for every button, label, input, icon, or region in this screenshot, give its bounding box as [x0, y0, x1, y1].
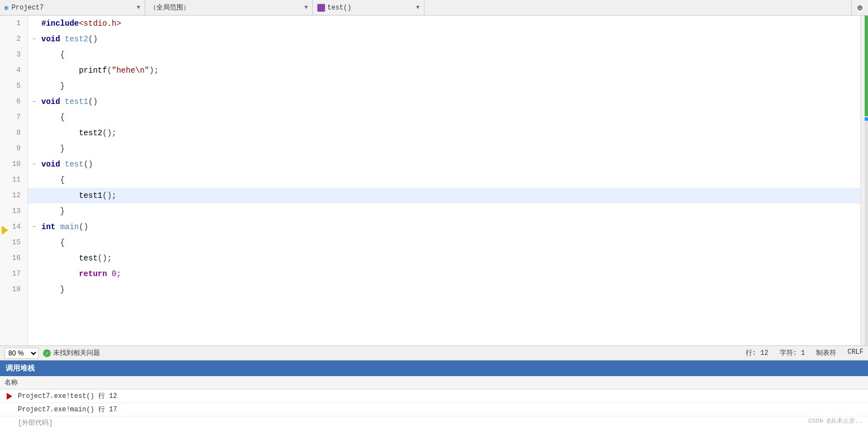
function-dropdown-arrow: ▼ [416, 4, 419, 11]
code-content-7: { [41, 113, 65, 122]
line-number-4: 4 [0, 63, 24, 78]
char-info: 字符: 1 [780, 348, 805, 358]
code-line-5[interactable]: } [28, 78, 860, 94]
fold-indicator-18 [32, 286, 41, 293]
zoom-selector[interactable]: 80 % 100 % [4, 348, 39, 359]
line-number-3: 3 [0, 47, 24, 63]
function-icon [317, 4, 325, 12]
call-stack-row-1[interactable]: Project7.exe!main() 行 17 [0, 403, 868, 416]
line-number-12: 12 [0, 188, 24, 203]
fold-indicator-10[interactable]: − [32, 161, 41, 168]
code-content-9: } [41, 144, 65, 153]
call-stack-col-header: 名称 [0, 376, 868, 390]
code-content-11: { [41, 175, 65, 184]
line-number-2: 2 [0, 31, 24, 47]
code-line-7[interactable]: { [28, 110, 860, 125]
status-bar: 80 % 100 % 未找到相关问题 行: 12 字符: 1 制表符 CRLF [0, 345, 868, 360]
fold-indicator-16 [32, 255, 41, 262]
fold-indicator-2[interactable]: − [32, 36, 41, 42]
code-content-6: void test1() [41, 97, 98, 106]
status-right: 行: 12 字符: 1 制表符 CRLF [746, 348, 864, 358]
line-number-18: 18 [0, 282, 24, 297]
top-toolbar: ▣ Project7 ▼ （全局范围） ▼ test() ▼ ⊕ [0, 0, 868, 16]
code-line-11[interactable]: { [28, 172, 860, 188]
code-content-1: #include<stdio.h> [41, 19, 121, 28]
line-number-16: 16 [0, 250, 24, 266]
scope-selector[interactable]: （全局范围） ▼ [145, 0, 313, 15]
fold-indicator-17 [32, 271, 41, 277]
code-content-3: { [41, 50, 65, 59]
line-number-6: 6 [0, 94, 24, 110]
fold-indicator-14[interactable]: − [32, 224, 41, 230]
code-content-15: { [41, 238, 65, 247]
line-number-5: 5 [0, 78, 24, 94]
code-editor[interactable]: #include<stdio.h>−void test2() { printf(… [28, 16, 860, 345]
char-label: 字符: [780, 349, 797, 357]
code-line-6[interactable]: −void test1() [28, 94, 860, 110]
vertical-scrollbar[interactable] [860, 16, 868, 345]
project-label: Project7 [12, 4, 44, 12]
line-number-8: 8 [0, 125, 24, 141]
fold-indicator-1 [32, 20, 41, 27]
add-button[interactable]: ⊕ [851, 0, 868, 15]
project-icon: ▣ [4, 4, 8, 11]
code-content-4: printf("hehe\n"); [41, 66, 159, 75]
fold-indicator-4 [32, 67, 41, 74]
code-content-8: test2(); [41, 129, 116, 137]
line-number-1: 1 [0, 16, 24, 31]
code-line-17[interactable]: return 0; [28, 266, 860, 282]
fold-indicator-8 [32, 130, 41, 136]
add-icon: ⊕ [857, 2, 863, 13]
function-selector[interactable]: test() ▼ [313, 0, 425, 15]
call-stack-row-0[interactable]: Project7.exe!test() 行 12 [0, 390, 868, 403]
line-number-10: 10 [0, 156, 24, 172]
line-numbers: 123456789101112131415161718 [0, 16, 28, 345]
code-line-18[interactable]: } [28, 282, 860, 297]
line-number-9: 9 [0, 141, 24, 156]
code-content-12: test1(); [41, 191, 116, 200]
call-stack-row-icon-0 [4, 391, 15, 401]
line-number-17: 17 [0, 266, 24, 282]
code-content-10: void test() [41, 160, 93, 169]
code-line-1[interactable]: #include<stdio.h> [28, 16, 860, 31]
code-content-18: } [41, 285, 65, 294]
tab-info: 制表符 [816, 348, 836, 358]
code-line-8[interactable]: test2(); [28, 125, 860, 141]
code-line-9[interactable]: } [28, 141, 860, 156]
line-value: 12 [760, 349, 768, 357]
code-line-12[interactable]: test1(); [28, 188, 860, 203]
scope-label: （全局范围） [150, 3, 190, 12]
code-line-13[interactable]: } [28, 203, 860, 219]
fold-indicator-6[interactable]: − [32, 98, 41, 105]
code-line-2[interactable]: −void test2() [28, 31, 860, 47]
code-line-10[interactable]: −void test() [28, 156, 860, 172]
line-number-13: 13 [0, 203, 24, 219]
fold-indicator-7 [32, 114, 41, 121]
status-indicator: 未找到相关问题 [43, 348, 100, 358]
code-line-16[interactable]: test(); [28, 250, 860, 266]
line-ending: CRLF [847, 348, 864, 358]
fold-indicator-9 [32, 145, 41, 152]
project-dropdown-arrow: ▼ [137, 4, 140, 11]
code-line-4[interactable]: printf("hehe\n"); [28, 63, 860, 78]
execution-arrow-indicator [0, 222, 10, 238]
call-stack-body[interactable]: 名称 Project7.exe!test() 行 12Project7.exe!… [0, 376, 868, 427]
status-text: 未找到相关问题 [53, 348, 100, 358]
code-content-17: return 0; [41, 269, 121, 278]
fold-indicator-3 [32, 51, 41, 58]
fold-indicator-13 [32, 208, 41, 215]
line-number-7: 7 [0, 110, 24, 125]
project-selector[interactable]: ▣ Project7 ▼ [0, 0, 145, 15]
status-left: 80 % 100 % 未找到相关问题 [4, 348, 100, 359]
call-stack-row-2[interactable]: [外部代码] [0, 416, 868, 427]
code-line-15[interactable]: { [28, 235, 860, 250]
call-stack-row-text-1: Project7.exe!main() 行 17 [18, 405, 117, 414]
fold-indicator-5 [32, 83, 41, 89]
code-line-14[interactable]: −int main() [28, 219, 860, 235]
fold-indicator-12 [32, 192, 41, 199]
code-content-16: test(); [41, 254, 112, 263]
function-label: test() [327, 4, 351, 12]
arrow-shape [2, 226, 8, 235]
code-line-3[interactable]: { [28, 47, 860, 63]
call-stack-row-text-0: Project7.exe!test() 行 12 [18, 391, 117, 401]
